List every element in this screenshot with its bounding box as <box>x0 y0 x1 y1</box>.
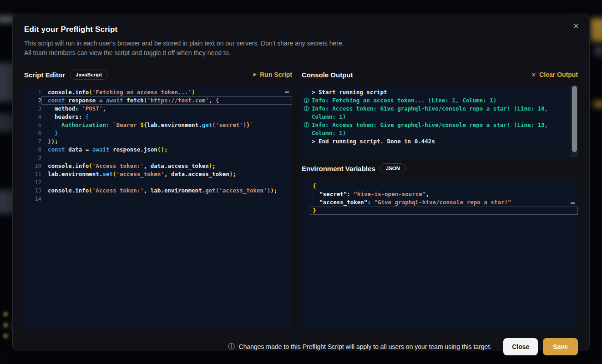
overview-ruler-mark <box>285 91 289 93</box>
code-line[interactable]: 9 <box>24 154 292 162</box>
preflight-script-modal: ✕ Edit your Preflight Script This script… <box>12 14 590 351</box>
code-text: lab.environment.set('access_token', data… <box>41 170 292 178</box>
line-number: 2 <box>24 96 41 105</box>
info-icon: ⓘ <box>228 343 235 351</box>
code-text: console.info('Fetching an access token..… <box>41 88 292 96</box>
code-line[interactable]: "access_token": "Give graphql-hive/conso… <box>302 198 578 207</box>
line-number: 11 <box>24 170 41 178</box>
code-text <box>41 178 292 187</box>
console-text: > End running script. Done in 0.442s <box>312 137 435 146</box>
code-text: const response = await fetch('https://te… <box>41 96 292 105</box>
line-number <box>302 207 310 215</box>
indent-guide <box>313 198 313 207</box>
script-editor[interactable]: 1console.info('Fetching an access token.… <box>24 85 292 327</box>
line-number: 10 <box>24 162 41 170</box>
footer-note: Changes made to this Preflight Script wi… <box>239 343 492 350</box>
indent-guide <box>313 190 313 198</box>
console-line: > Start running script <box>302 88 568 96</box>
close-button[interactable]: Close <box>503 338 538 355</box>
clear-output-button[interactable]: ✕ Clear Output <box>531 71 578 78</box>
page-title: Edit your Preflight Script <box>24 25 578 34</box>
code-line[interactable]: "secret": "hive-is-open-source", <box>302 190 578 198</box>
code-line[interactable]: 11lab.environment.set('access_token', da… <box>24 170 292 178</box>
line-number <box>302 198 310 207</box>
code-text <box>41 154 292 162</box>
indent-guide <box>48 121 48 129</box>
code-text: Authorization: `Bearer ${lab.environment… <box>41 121 292 129</box>
script-editor-section: Script Editor JavaScript Run Script 1con… <box>24 69 292 331</box>
code-line[interactable]: 5 Authorization: `Bearer ${lab.environme… <box>24 121 292 129</box>
console-scrollbar-thumb[interactable] <box>572 86 577 152</box>
console-scrollbar[interactable] <box>571 85 578 157</box>
line-number <box>302 190 310 198</box>
line-number: 14 <box>24 195 41 203</box>
line-number: 7 <box>24 137 41 146</box>
environment-variables-heading: Environment Variables <box>302 165 375 172</box>
info-circle-icon <box>302 137 312 146</box>
close-icon[interactable]: ✕ <box>571 21 581 31</box>
line-number: 4 <box>24 113 41 121</box>
code-line[interactable]: 4 headers: { <box>24 113 292 121</box>
console-output: > Start running scriptⓘInfo: Fetching an… <box>302 85 578 157</box>
code-line[interactable]: } <box>302 207 578 215</box>
language-badge: JavaScript <box>70 70 108 80</box>
code-text: console.info('Access token:', lab.enviro… <box>41 187 292 195</box>
code-line[interactable]: 14 <box>24 195 292 203</box>
code-line[interactable]: 3 method: 'POST', <box>24 105 292 113</box>
console-text: Info: Access token: Give graphql-hive/co… <box>312 121 568 137</box>
info-circle-icon: ⓘ <box>302 96 312 105</box>
run-script-button[interactable]: Run Script <box>253 71 292 78</box>
modal-description-line2: All team members can view the script and… <box>24 48 578 58</box>
code-text: console.info('Access token:', data.acces… <box>41 162 292 170</box>
code-text: "access_token": "Give graphql-hive/conso… <box>310 198 578 207</box>
backdrop-shape <box>590 18 602 42</box>
backdrop-shape <box>4 312 8 316</box>
console-line: ⓘInfo: Access token: Give graphql-hive/c… <box>302 105 568 121</box>
indent-guide <box>48 105 48 113</box>
modal-description-line1: This script will run in each user's brow… <box>24 39 578 48</box>
code-text: }); <box>41 137 292 146</box>
line-number: 1 <box>24 88 41 96</box>
code-line[interactable]: 1console.info('Fetching an access token.… <box>24 88 292 96</box>
code-text <box>41 195 292 203</box>
code-text: { <box>310 182 578 190</box>
code-line[interactable]: 13console.info('Access token:', lab.envi… <box>24 187 292 195</box>
line-number <box>302 182 310 190</box>
line-number: 3 <box>24 105 41 113</box>
info-circle-icon: ⓘ <box>302 121 312 137</box>
save-button[interactable]: Save <box>543 338 578 355</box>
indent-guide <box>48 129 48 137</box>
backdrop-shape <box>593 101 602 107</box>
code-text: const data = await response.json(); <box>41 146 292 154</box>
console-line: > End running script. Done in 0.442s <box>302 137 568 146</box>
overview-ruler-mark <box>571 202 575 204</box>
json-badge: JSON <box>380 163 406 173</box>
output-section: Console Output ✕ Clear Output > Start ru… <box>302 69 578 331</box>
code-line[interactable]: 12 <box>24 178 292 187</box>
script-editor-heading: Script Editor <box>24 71 65 79</box>
backdrop-shape <box>4 334 8 338</box>
line-number: 6 <box>24 129 41 137</box>
modal-content: Script Editor JavaScript Run Script 1con… <box>24 69 578 331</box>
clear-icon: ✕ <box>531 71 536 78</box>
code-line[interactable]: 7}); <box>24 137 292 146</box>
console-text: Info: Access token: Give graphql-hive/co… <box>312 105 568 121</box>
indent-guide <box>55 121 55 129</box>
code-line[interactable]: 8const data = await response.json(); <box>24 146 292 154</box>
code-line[interactable]: { <box>302 182 578 190</box>
code-line[interactable]: 2const response = await fetch('https://t… <box>24 96 292 105</box>
console-output-heading: Console Output <box>302 71 353 79</box>
code-text: } <box>41 129 292 137</box>
code-text: headers: { <box>41 113 292 121</box>
console-text: Info: Fetching an access token... (Line:… <box>312 96 496 105</box>
backdrop-shape <box>594 46 602 56</box>
backdrop-shape <box>4 323 8 327</box>
environment-variables-editor[interactable]: { "secret": "hive-is-open-source", "acce… <box>302 179 578 331</box>
line-number: 5 <box>24 121 41 129</box>
code-line[interactable]: 6 } <box>24 129 292 137</box>
play-icon <box>253 73 257 76</box>
console-text: > Start running script <box>312 88 387 96</box>
code-text: method: 'POST', <box>41 105 292 113</box>
line-number: 8 <box>24 146 41 154</box>
code-line[interactable]: 10console.info('Access token:', data.acc… <box>24 162 292 170</box>
